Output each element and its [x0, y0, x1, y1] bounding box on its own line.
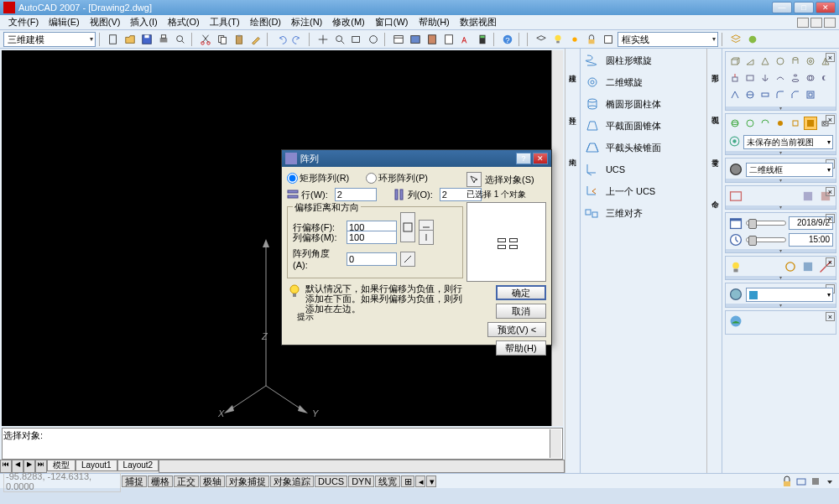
menu-window[interactable]: 窗口(W): [370, 16, 414, 29]
angle-input[interactable]: [347, 252, 397, 266]
paste-icon[interactable]: [232, 32, 247, 47]
palette-item-pyramid[interactable]: 平截头棱锥面: [582, 138, 706, 158]
material-panel-icon[interactable]: [728, 287, 743, 302]
zoom-window-icon[interactable]: [349, 32, 364, 47]
preview-button[interactable]: 预览(V) <: [487, 322, 546, 337]
palette-item-prevucs[interactable]: 上一个 UCS: [582, 181, 706, 201]
torus-icon[interactable]: [804, 55, 817, 68]
panel-close-6[interactable]: ×: [826, 257, 835, 267]
subtract-icon[interactable]: [819, 71, 832, 85]
calc-icon[interactable]: [475, 32, 490, 47]
tab-layout1[interactable]: Layout1: [76, 460, 117, 471]
dyn-button[interactable]: DYN: [348, 475, 374, 487]
workspace-dropdown[interactable]: 三维建模: [3, 32, 96, 47]
ortho-button[interactable]: 正交: [174, 475, 199, 487]
mdi-close[interactable]: [824, 18, 836, 28]
snap-button[interactable]: 捕捉: [122, 475, 147, 487]
walk-icon[interactable]: [789, 117, 802, 130]
box-icon[interactable]: [728, 55, 742, 68]
polar-button[interactable]: 极轴: [200, 475, 225, 487]
tray-toggle-icon[interactable]: [824, 475, 836, 487]
loft-icon[interactable]: [789, 71, 802, 85]
contorbit-icon[interactable]: [758, 117, 772, 130]
section-panel-icon[interactable]: [728, 189, 743, 204]
minimize-button[interactable]: —: [772, 2, 792, 13]
pick-angle-button[interactable]: [400, 252, 415, 267]
grid-button[interactable]: 栅格: [148, 475, 173, 487]
tray-icon-2[interactable]: [810, 475, 821, 487]
lock-icon[interactable]: [584, 32, 599, 47]
open-icon[interactable]: [122, 32, 138, 47]
menu-modify[interactable]: 修改(M): [327, 16, 370, 29]
sun-icon[interactable]: [567, 32, 582, 47]
polar-array-radio[interactable]: 环形阵列(P): [366, 172, 428, 184]
zoom-icon[interactable]: [332, 32, 347, 47]
light-panel-icon[interactable]: [728, 259, 743, 274]
horizontal-scrollbar[interactable]: [159, 460, 565, 473]
render-icon[interactable]: [728, 314, 743, 329]
copy-icon[interactable]: [215, 32, 230, 47]
redo-icon[interactable]: [290, 32, 305, 47]
designcenter-icon[interactable]: [408, 32, 423, 47]
cone2-icon[interactable]: [758, 55, 772, 68]
panel-close-8[interactable]: ×: [826, 312, 835, 321]
linetype-dropdown[interactable]: 框实线: [618, 32, 718, 47]
3dorbit-icon[interactable]: [728, 117, 742, 130]
palette-item-ucs[interactable]: UCS: [582, 159, 706, 179]
cut-icon[interactable]: [198, 32, 213, 47]
model-button[interactable]: ⊞: [401, 475, 414, 487]
cancel-button[interactable]: 取消: [496, 304, 546, 319]
ok-button[interactable]: 确定: [496, 285, 546, 300]
freeorbit-icon[interactable]: [743, 117, 757, 130]
toolpalette-icon[interactable]: [425, 32, 440, 47]
palette-item-ellcyl[interactable]: 椭圆形圆柱体: [582, 94, 706, 114]
tab-prev[interactable]: ◀: [12, 460, 23, 473]
menu-edit[interactable]: 编辑(E): [44, 16, 85, 29]
layer-prev-icon[interactable]: [745, 32, 760, 47]
help-button[interactable]: 帮助(H): [496, 340, 546, 356]
vertical-scrollbar[interactable]: [551, 50, 563, 426]
chamfer-icon[interactable]: [789, 88, 802, 101]
fly-icon[interactable]: [804, 117, 817, 130]
save-icon[interactable]: [139, 32, 154, 47]
close-button[interactable]: ✕: [816, 2, 836, 13]
command-line[interactable]: 选择对象:: [2, 428, 563, 460]
date-slider[interactable]: [746, 221, 785, 226]
palette-item-align[interactable]: 三维对齐: [582, 203, 706, 223]
shell-icon[interactable]: [804, 88, 817, 101]
dialog-titlebar[interactable]: 阵列 ? ✕: [282, 150, 551, 167]
rows-input[interactable]: [335, 188, 377, 201]
light-opt1-icon[interactable]: [783, 259, 798, 274]
material-dropdown[interactable]: [746, 288, 833, 302]
help-icon[interactable]: ?: [500, 32, 515, 47]
new-icon[interactable]: [106, 32, 121, 47]
mdi-minimize[interactable]: [797, 18, 809, 28]
select-objects-button[interactable]: [466, 172, 482, 187]
menu-insert[interactable]: 插入(I): [125, 16, 162, 29]
menu-tools[interactable]: 工具(T): [205, 16, 245, 29]
rect-array-radio[interactable]: 矩形阵列(R): [287, 172, 349, 184]
mdi-restore[interactable]: [810, 18, 822, 28]
pick-both-button[interactable]: [400, 212, 415, 242]
tab-layout2[interactable]: Layout2: [117, 460, 159, 471]
otrack-button[interactable]: 对象追踪: [270, 475, 314, 487]
palette-tab-1[interactable]: 建模: [566, 52, 578, 86]
pick-col-button[interactable]: [419, 230, 434, 245]
color-icon[interactable]: [601, 32, 616, 47]
print-icon[interactable]: [156, 32, 171, 47]
swivel-icon[interactable]: [774, 117, 787, 130]
menu-draw[interactable]: 绘图(D): [245, 16, 286, 29]
status-extra-1[interactable]: ◂: [415, 475, 425, 487]
sphere-icon[interactable]: [774, 55, 787, 68]
revolve-icon[interactable]: [758, 71, 772, 85]
view-dropdown[interactable]: 未保存的当前视图: [743, 135, 833, 149]
cyl-icon[interactable]: [789, 55, 802, 68]
osnap-button[interactable]: 对象捕捉: [226, 475, 269, 487]
presspull-icon[interactable]: [743, 71, 757, 85]
palette-tab-r3[interactable]: 变量: [709, 136, 721, 169]
menu-view[interactable]: 视图(V): [85, 16, 126, 29]
status-extra-2[interactable]: ▾: [426, 475, 436, 487]
tab-model[interactable]: 模型: [47, 460, 76, 471]
visualstyle-dropdown[interactable]: 二维线框: [746, 163, 833, 177]
col-offset-input[interactable]: [347, 231, 397, 244]
